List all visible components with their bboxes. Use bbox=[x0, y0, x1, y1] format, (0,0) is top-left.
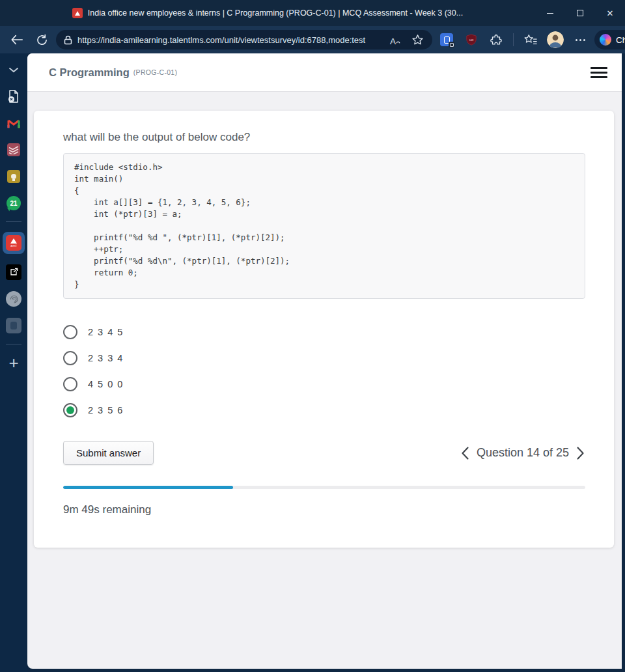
back-arrow-icon bbox=[10, 33, 23, 46]
prev-question-button[interactable] bbox=[460, 446, 470, 460]
url-input[interactable]: https://india-amilearning.talentlms.com/… bbox=[77, 35, 382, 45]
minimize-button[interactable] bbox=[535, 0, 565, 26]
time-progress-bar bbox=[63, 486, 585, 489]
refresh-icon bbox=[36, 34, 48, 46]
profile-button[interactable] bbox=[545, 29, 566, 50]
copilot-chat-button[interactable]: Chat bbox=[594, 30, 625, 49]
answer-option[interactable]: 2 3 3 4 bbox=[63, 351, 585, 365]
progress-fill bbox=[63, 486, 233, 489]
submit-answer-button[interactable]: Submit answer bbox=[63, 441, 154, 465]
edge-sidebar: 21 ami + bbox=[0, 53, 27, 672]
option-label: 2 3 4 5 bbox=[88, 327, 124, 337]
option-label: 4 5 0 0 bbox=[88, 379, 124, 389]
sidebar-item-share[interactable] bbox=[3, 264, 25, 281]
sidebar-divider bbox=[6, 344, 21, 344]
close-icon: ✕ bbox=[607, 8, 614, 18]
document-x-icon bbox=[7, 89, 20, 104]
question-card: what will be the output of below code? #… bbox=[34, 111, 614, 548]
answer-option[interactable]: 2 3 5 6 bbox=[63, 403, 585, 417]
page-content: C Programming (PROG-C-01) what will be t… bbox=[27, 53, 622, 669]
answer-option[interactable]: 2 3 4 5 bbox=[63, 325, 585, 339]
spiral-icon bbox=[6, 291, 21, 307]
refresh-button[interactable] bbox=[31, 29, 52, 50]
address-bar[interactable]: https://india-amilearning.talentlms.com/… bbox=[56, 30, 432, 49]
answer-options: 2 3 4 5 2 3 3 4 4 5 0 0 2 3 5 6 bbox=[63, 325, 585, 417]
maximize-button[interactable] bbox=[565, 0, 595, 26]
gmail-icon bbox=[7, 119, 20, 128]
question-text: what will be the output of below code? bbox=[63, 131, 585, 144]
toolbar-divider bbox=[513, 33, 514, 46]
badge-count: 21 bbox=[10, 200, 17, 207]
lock-icon bbox=[64, 35, 72, 45]
avatar bbox=[547, 31, 564, 48]
code-block: #include <stdio.h> int main() { int a[][… bbox=[63, 153, 585, 299]
faded-app-icon bbox=[6, 318, 21, 333]
sidebar-item-spiral-app[interactable] bbox=[3, 290, 25, 307]
todoist-icon bbox=[7, 143, 20, 156]
browser-window: India office new employees & interns | C… bbox=[0, 0, 625, 672]
menu-button[interactable] bbox=[590, 67, 607, 78]
puzzle-icon bbox=[490, 33, 503, 46]
sidebar-item-inactive-app[interactable] bbox=[3, 317, 25, 334]
browser-toolbar: https://india-amilearning.talentlms.com/… bbox=[0, 26, 625, 53]
time-remaining: 9m 49s remaining bbox=[63, 503, 585, 516]
plus-icon: + bbox=[8, 354, 18, 371]
page-title: C Programming bbox=[49, 66, 130, 79]
sidebar-item-keep[interactable] bbox=[3, 168, 25, 185]
open-external-icon bbox=[6, 264, 21, 280]
ami-logo-icon: ami bbox=[6, 235, 21, 251]
favorites-bar-button[interactable] bbox=[520, 29, 541, 50]
chat-badge-icon: 21 bbox=[7, 196, 21, 210]
sidebar-item-messages[interactable]: 21 bbox=[3, 195, 25, 212]
read-aloud-arc-icon bbox=[396, 40, 400, 44]
sidebar-item-todoist[interactable] bbox=[3, 141, 25, 158]
radio-button[interactable] bbox=[63, 325, 77, 339]
sidebar-item-ami-learning-active[interactable]: ami bbox=[3, 232, 25, 254]
sidebar-item-tab-actions[interactable] bbox=[3, 88, 25, 105]
back-button[interactable] bbox=[7, 29, 27, 50]
settings-more-button[interactable] bbox=[570, 29, 590, 50]
close-button[interactable]: ✕ bbox=[595, 0, 625, 26]
chevron-down-icon bbox=[8, 67, 19, 73]
read-aloud-button[interactable]: A bbox=[387, 31, 404, 48]
course-code: (PROG-C-01) bbox=[133, 68, 177, 76]
sidebar-collapse-button[interactable] bbox=[3, 61, 25, 78]
chevron-right-icon bbox=[576, 446, 585, 460]
minimize-icon bbox=[547, 13, 553, 14]
radio-button[interactable] bbox=[63, 403, 77, 417]
answer-option[interactable]: 4 5 0 0 bbox=[63, 377, 585, 391]
password-extension-icon bbox=[440, 33, 453, 46]
sidebar-item-gmail[interactable] bbox=[3, 115, 25, 132]
favorite-star-button[interactable] bbox=[409, 31, 426, 48]
copilot-icon bbox=[600, 34, 611, 46]
ellipsis-icon bbox=[576, 39, 585, 41]
option-label: 2 3 5 6 bbox=[88, 405, 124, 415]
maximize-icon bbox=[577, 10, 583, 16]
svg-text:uo: uo bbox=[469, 38, 474, 42]
shield-icon: uo bbox=[465, 34, 477, 46]
favorites-list-icon bbox=[523, 33, 538, 46]
extension-ublock-button[interactable]: uo bbox=[461, 29, 482, 50]
radio-button[interactable] bbox=[63, 351, 77, 365]
extensions-menu-button[interactable] bbox=[486, 29, 507, 50]
chat-label: Chat bbox=[616, 35, 625, 45]
radio-button[interactable] bbox=[63, 377, 77, 391]
keep-lightbulb-icon bbox=[7, 170, 20, 183]
question-counter: Question 14 of 25 bbox=[477, 446, 569, 460]
option-label: 2 3 3 4 bbox=[88, 353, 124, 363]
sidebar-add-button[interactable]: + bbox=[3, 354, 25, 371]
course-header: C Programming (PROG-C-01) bbox=[27, 53, 622, 92]
hamburger-icon bbox=[590, 67, 607, 69]
site-favicon-icon bbox=[72, 8, 83, 18]
window-titlebar: India office new employees & interns | C… bbox=[0, 0, 625, 26]
sidebar-divider bbox=[6, 221, 21, 222]
next-question-button[interactable] bbox=[576, 446, 585, 460]
window-title: India office new employees & interns | C… bbox=[88, 8, 463, 18]
extension-password-button[interactable] bbox=[436, 29, 457, 50]
chevron-left-icon bbox=[460, 446, 470, 460]
star-icon bbox=[411, 34, 424, 46]
tab-title-area[interactable]: India office new employees & interns | C… bbox=[0, 8, 535, 18]
question-pager: Question 14 of 25 bbox=[460, 446, 585, 460]
